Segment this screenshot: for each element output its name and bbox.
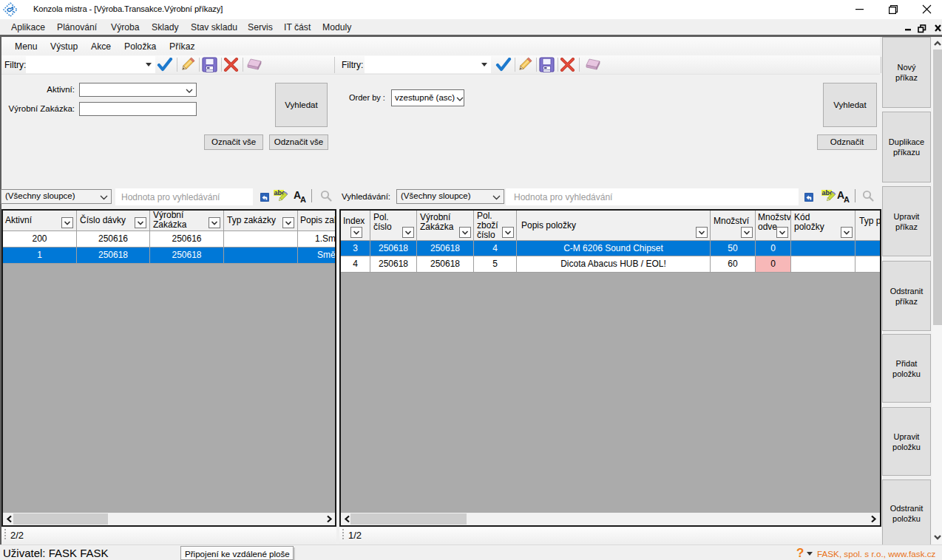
svg-text:A: A	[300, 195, 306, 203]
svg-text:A: A	[844, 195, 850, 203]
